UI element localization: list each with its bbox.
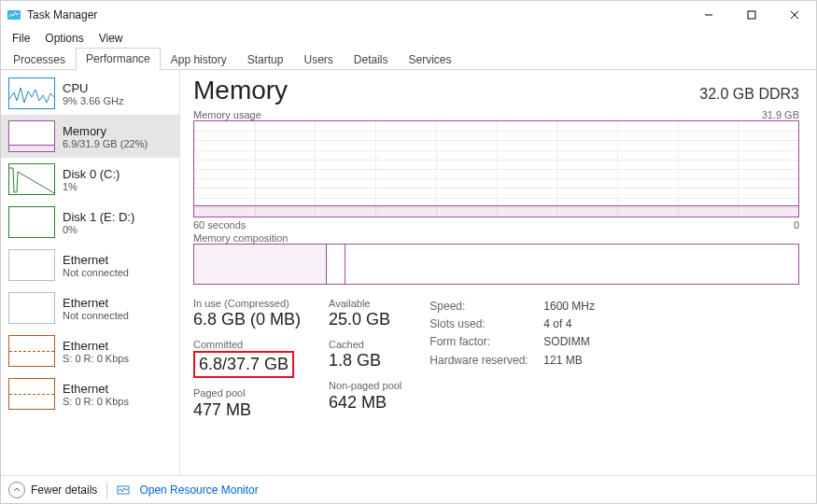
tab-processes[interactable]: Processes — [3, 49, 76, 70]
ethernet-thumb — [8, 292, 55, 324]
chevron-up-icon[interactable] — [8, 482, 25, 498]
sidebar-item-sub: S: 0 R: 0 Kbps — [63, 396, 129, 407]
svg-rect-2 — [748, 11, 755, 19]
content-area: CPU 9% 3.66 GHz Memory 6.9/31.9 GB (22%) — [1, 70, 816, 475]
sidebar-item-sub: 6.9/31.9 GB (22%) — [63, 138, 148, 149]
sidebar-item-ethernet[interactable]: Ethernet Not connected — [1, 287, 179, 329]
maximize-button[interactable] — [730, 1, 773, 29]
sidebar-item-label: Ethernet — [63, 382, 129, 396]
memory-usage-chart — [193, 120, 799, 217]
fewer-details-button[interactable]: Fewer details — [31, 483, 97, 497]
axis-right: 0 — [794, 219, 799, 231]
cpu-thumb — [8, 77, 55, 109]
committed-highlight: 6.8/37.7 GB — [193, 351, 294, 378]
ethernet-thumb — [8, 249, 55, 281]
divider — [106, 482, 107, 498]
stat-committed: Committed 6.8/37.7 GB — [193, 339, 301, 378]
menubar: File Options View — [1, 29, 816, 48]
footer: Fewer details Open Resource Monitor — [1, 475, 816, 503]
sidebar-item-ethernet[interactable]: Ethernet S: 0 R: 0 Kbps — [1, 329, 179, 372]
sidebar-item-memory[interactable]: Memory 6.9/31.9 GB (22%) — [1, 115, 179, 158]
ethernet-thumb — [8, 335, 55, 367]
sidebar-item-sub: 0% — [63, 224, 134, 235]
stat-inuse: In use (Compressed) 6.8 GB (0 MB) — [193, 298, 301, 329]
tab-services[interactable]: Services — [399, 49, 462, 70]
app-title: Task Manager — [27, 8, 97, 21]
stat-nonpaged: Non-paged pool 642 MB — [329, 380, 401, 412]
main-panel: Memory 32.0 GB DDR3 Memory usage 31.9 GB… — [180, 70, 816, 475]
stats-section: In use (Compressed) 6.8 GB (0 MB) Commit… — [193, 298, 799, 420]
memory-spec: 32.0 GB DDR3 — [699, 86, 799, 103]
sidebar-item-label: Disk 0 (C:) — [63, 167, 120, 181]
hardware-info: Speed:1600 MHz Slots used:4 of 4 Form fa… — [430, 298, 595, 370]
titlebar: Task Manager — [1, 1, 816, 29]
sidebar-item-sub: Not connected — [63, 267, 129, 278]
sidebar-item-label: CPU — [63, 81, 123, 95]
sidebar-item-label: Ethernet — [63, 253, 129, 267]
composition-label: Memory composition — [193, 232, 799, 244]
axis-left: 60 seconds — [193, 219, 246, 231]
menu-options[interactable]: Options — [37, 30, 91, 47]
sidebar-item-disk1[interactable]: Disk 1 (E: D:) 0% — [1, 201, 179, 244]
minimize-button[interactable] — [687, 1, 730, 29]
sidebar-item-label: Ethernet — [63, 339, 129, 353]
sidebar-item-label: Ethernet — [63, 296, 129, 310]
sidebar-item-sub: S: 0 R: 0 Kbps — [63, 353, 129, 364]
sidebar-item-ethernet[interactable]: Ethernet S: 0 R: 0 Kbps — [1, 372, 179, 415]
sidebar-item-sub: 9% 3.66 GHz — [63, 95, 123, 106]
open-resource-monitor-link[interactable]: Open Resource Monitor — [139, 483, 258, 497]
tab-performance[interactable]: Performance — [76, 48, 161, 70]
resource-monitor-icon — [117, 483, 130, 497]
sidebar-item-ethernet[interactable]: Ethernet Not connected — [1, 244, 179, 287]
usage-chart-max: 31.9 GB — [762, 109, 799, 120]
sidebar-item-label: Disk 1 (E: D:) — [63, 210, 134, 224]
sidebar: CPU 9% 3.66 GHz Memory 6.9/31.9 GB (22%) — [1, 70, 180, 475]
tabbar: Processes Performance App history Startu… — [1, 48, 816, 70]
menu-file[interactable]: File — [5, 30, 37, 47]
sidebar-item-disk0[interactable]: Disk 0 (C:) 1% — [1, 158, 179, 201]
sidebar-item-cpu[interactable]: CPU 9% 3.66 GHz — [1, 72, 179, 115]
sidebar-item-sub: 1% — [63, 181, 120, 192]
sidebar-item-label: Memory — [63, 124, 148, 138]
ethernet-thumb — [8, 378, 55, 410]
tab-users[interactable]: Users — [293, 49, 343, 70]
disk-thumb — [8, 206, 55, 238]
disk-thumb — [8, 163, 55, 195]
tab-startup[interactable]: Startup — [237, 49, 294, 70]
memory-thumb — [8, 120, 55, 152]
app-icon — [7, 7, 21, 22]
close-button[interactable] — [773, 1, 816, 29]
stat-available: Available 25.0 GB — [329, 298, 401, 329]
menu-view[interactable]: View — [92, 30, 131, 47]
task-manager-window: Task Manager File Options View Processes… — [0, 0, 817, 504]
tab-app-history[interactable]: App history — [161, 49, 237, 70]
tab-details[interactable]: Details — [344, 49, 399, 70]
sidebar-item-sub: Not connected — [63, 310, 129, 321]
usage-chart-label: Memory usage — [193, 109, 261, 120]
page-title: Memory — [193, 76, 288, 105]
memory-composition-chart — [193, 244, 799, 285]
stat-paged: Paged pool 477 MB — [193, 387, 301, 419]
stat-cached: Cached 1.8 GB — [329, 339, 401, 371]
